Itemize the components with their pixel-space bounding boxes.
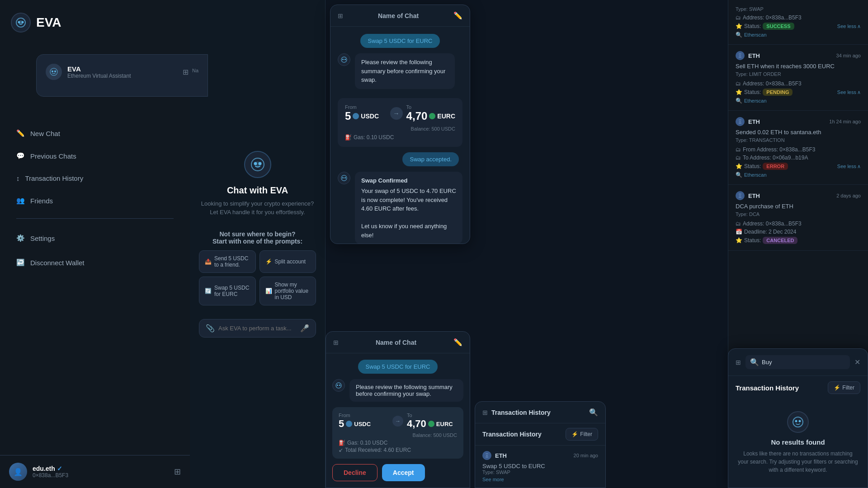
sidebar-item-disconnect[interactable]: ↩️ Disconnect Wallet	[9, 252, 181, 273]
tx-type-small: Type: SWAP	[482, 469, 598, 475]
address-label-0: 🗂 Address: 0×838a...B5F3	[736, 14, 802, 21]
address-text-1: Address: 0×838a...B5F3	[743, 80, 802, 87]
close-search-button[interactable]: ✕	[854, 358, 860, 366]
grid-icon[interactable]: ⊞	[183, 68, 189, 76]
sidebar-item-settings[interactable]: ⚙️ Settings	[9, 228, 181, 249]
tx-item-3: Ξ ETH 2 days ago DCA purchase of ETH Typ…	[728, 185, 868, 251]
edit-icon[interactable]: ✏️	[453, 11, 462, 20]
status-text-0: Status:	[744, 23, 761, 29]
sidebar-item-label: Transaction History	[25, 174, 84, 182]
swap-badge-bottom: Swap 5 USDC for EURC	[332, 360, 463, 374]
sidebar-item-previous-chats[interactable]: 💬 Previous Chats	[9, 145, 181, 166]
bot-avatar	[338, 53, 350, 66]
status-text-2: Status:	[744, 163, 761, 169]
sidebar-item-label: New Chat	[30, 130, 60, 137]
chat-with-eva-subtitle: Looking to simplify your crypto experien…	[201, 199, 314, 217]
settings-label: Settings	[30, 235, 55, 242]
user-avatar: 👤	[9, 463, 27, 481]
chat-overlay-avatar	[46, 64, 62, 80]
etherscan-link-1[interactable]: Etherscan	[744, 98, 767, 103]
qr-code-button[interactable]: ⊞	[174, 467, 181, 477]
tx-small-filter-button[interactable]: ⚡ Filter	[566, 428, 598, 441]
etherscan-label-0: 🔍 Etherscan	[736, 32, 767, 38]
from-address-text-2: From Address: 0×838a...B5F3	[743, 146, 815, 153]
swap-card-main: From 5 USDC → To 4,70	[338, 98, 462, 147]
deadline-icon-3: 📅	[736, 229, 742, 235]
review-row-bottom: Please review the following summary befo…	[332, 379, 463, 402]
prompt-split[interactable]: ⚡ Split account	[259, 250, 316, 273]
see-less-1[interactable]: See less ∧	[837, 89, 861, 95]
tx-time-1: 34 min ago	[836, 53, 861, 58]
to-address-label-2: 🗂 To Address: 0×06a9...b19A	[736, 155, 808, 161]
window-menu-icon-b[interactable]: ⊞	[333, 339, 339, 346]
mic-icon[interactable]: 🎤	[300, 324, 309, 333]
swap-icon: 🔄	[205, 288, 212, 294]
nav-divider	[16, 218, 174, 219]
chat-windows-area: ⊞ Name of Chat ✏️ Swap 5 USDC for EURC P…	[326, 0, 728, 488]
swap-card-header: From 5 USDC → To 4,70	[345, 104, 455, 122]
sidebar-item-new-chat[interactable]: ✏️ New Chat	[9, 123, 181, 144]
search-input-wrap: 🔍	[745, 355, 850, 369]
see-less-0[interactable]: See less ∧	[837, 23, 861, 29]
filter-icon: ⚡	[571, 431, 578, 437]
etherscan-label-1: 🔍 Etherscan	[736, 98, 767, 104]
search-input[interactable]	[762, 359, 798, 366]
etherscan-link-0[interactable]: Etherscan	[744, 32, 767, 38]
status-badge-2: ERROR	[763, 163, 788, 170]
search-icon[interactable]: 🔍	[589, 408, 598, 417]
status-text-3: Status:	[744, 237, 761, 244]
svg-point-13	[344, 59, 346, 60]
tx-status-row-0: ⭐ Status: SUCCESS See less ∧	[736, 23, 861, 30]
transaction-history-icon: ↕️	[16, 174, 20, 182]
sidebar-item-friends[interactable]: 👥 Friends	[9, 190, 181, 211]
tx-subtype-2: Type: TRANSACTION	[736, 137, 861, 143]
sidebar-nav: ✏️ New Chat 💬 Previous Chats ↕️ Transact…	[0, 123, 190, 273]
search-magnifier-icon: 🔍	[750, 358, 759, 366]
to-icon-2: 🗂	[736, 155, 741, 161]
no-results-text: Looks like there are no transactions mat…	[737, 450, 859, 474]
prompt-portfolio[interactable]: 📊 Show my portfolio value in USD	[259, 277, 316, 305]
paperclip-icon: 📎	[206, 324, 215, 333]
window-menu-icon[interactable]: ⊞	[338, 12, 343, 19]
to-section-bottom: To 4,70 EURC	[407, 413, 457, 430]
address-icon: 🗂	[736, 14, 741, 21]
gas-icon-bottom: ⛽	[339, 440, 345, 446]
eva-icon-large	[244, 151, 271, 178]
tx-small-window: ⊞ Transaction History 🔍 Transaction Hist…	[475, 401, 606, 488]
tx-small-menu-icon[interactable]: ⊞	[482, 409, 488, 416]
chat-overlay-panel: EVA Ethereum Virtual Assistant ⊞ Na	[36, 54, 208, 97]
edit-icon-b[interactable]: ✏️	[453, 338, 462, 347]
search-filter-button[interactable]: ⚡ Filter	[828, 381, 860, 394]
status-label-3: ⭐ Status: CANCELED	[736, 237, 797, 244]
chat-window-bottom: ⊞ Name of Chat ✏️ Swap 5 USDC for EURC P…	[326, 331, 470, 488]
bot-avatar-2	[338, 172, 350, 184]
swap-arrow-bottom: →	[392, 416, 403, 427]
gas-icon: ⛽	[345, 134, 352, 141]
to-address-row-2: 🗂 To Address: 0×06a9...b19A	[736, 155, 861, 161]
etherscan-link-2[interactable]: Etherscan	[744, 172, 767, 178]
sidebar-item-transaction-history[interactable]: ↕️ Transaction History	[9, 168, 181, 188]
prompt-swap[interactable]: 🔄 Swap 5 USDC for EURC	[199, 277, 256, 305]
action-buttons-bottom: Decline Accept	[332, 464, 463, 481]
status-icon-0: ⭐	[736, 23, 742, 29]
see-less-2[interactable]: See less ∧	[837, 164, 861, 169]
search-panel-menu-icon[interactable]: ⊞	[736, 359, 741, 366]
disconnect-label: Disconnect Wallet	[30, 259, 85, 267]
no-results-icon	[787, 411, 809, 433]
svg-point-11	[341, 57, 347, 62]
status-badge-0: SUCCESS	[763, 23, 794, 30]
chat-input[interactable]	[218, 325, 297, 332]
status-label-2: ⭐ Status: ERROR	[736, 163, 788, 170]
main-content: Chat with EVA Looking to simplify your c…	[190, 0, 868, 488]
tx-coin-3: ETH	[748, 192, 760, 199]
chat-overlay-info: EVA Ethereum Virtual Assistant	[67, 65, 131, 79]
accept-button[interactable]: Accept	[382, 464, 425, 481]
decline-button[interactable]: Decline	[332, 464, 377, 481]
balance-bottom: Balance: 500 USDC	[339, 432, 457, 438]
tx-item-header-2: Ξ ETH 1h 24 min ago	[736, 117, 861, 126]
svg-point-4	[50, 68, 57, 75]
see-more-button[interactable]: See more	[482, 477, 598, 482]
send-icon: 📤	[205, 258, 212, 265]
swap-confirmed-message: Swap Confirmed Your swap of 5 USDC to 4.…	[338, 172, 462, 244]
prompt-send[interactable]: 📤 Send 5 USDC to a friend.	[199, 250, 256, 273]
